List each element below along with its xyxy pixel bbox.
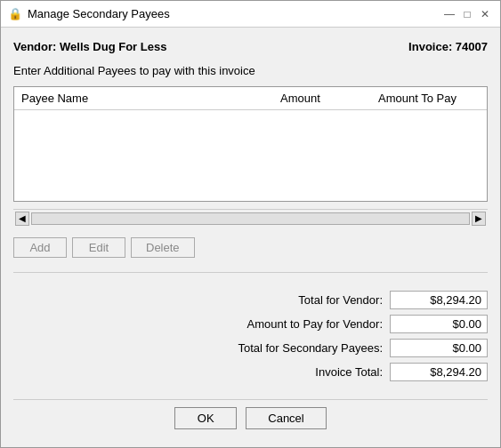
ok-button[interactable]: OK: [174, 407, 237, 429]
window-title: Manage Secondary Payees: [28, 7, 170, 20]
total-secondary-row: Total for Secondary Payees: $0.00: [13, 339, 488, 357]
close-button[interactable]: ✕: [477, 6, 493, 22]
invoice-label: Invoice: 74007: [408, 40, 488, 53]
summary-section: Total for Vendor: $8,294.20 Amount to Pa…: [13, 284, 488, 388]
minimize-button[interactable]: —: [441, 6, 457, 22]
col-amount-to-pay: Amount To Pay: [371, 89, 487, 108]
scroll-left-button[interactable]: ◀: [15, 212, 29, 226]
invoice-total-row: Invoice Total: $8,294.20: [13, 363, 488, 381]
delete-button[interactable]: Delete: [131, 237, 195, 258]
maximize-button[interactable]: □: [459, 6, 475, 22]
horizontal-scrollbar: ◀ ▶: [13, 209, 488, 227]
scroll-right-button[interactable]: ▶: [472, 212, 486, 226]
total-secondary-value: $0.00: [390, 339, 488, 357]
action-buttons: Add Edit Delete: [13, 234, 488, 261]
cancel-button[interactable]: Cancel: [246, 407, 326, 429]
title-bar-left: 🔒 Manage Secondary Payees: [8, 7, 170, 21]
manage-secondary-payees-window: 🔒 Manage Secondary Payees — □ ✕ Vendor: …: [0, 0, 501, 448]
divider: [13, 272, 488, 273]
scroll-track[interactable]: [31, 212, 470, 225]
col-payee-name: Payee Name: [14, 89, 273, 108]
total-vendor-label: Total for Vendor:: [298, 293, 383, 307]
invoice-total-label: Invoice Total:: [315, 365, 383, 379]
footer-buttons: OK Cancel: [13, 399, 488, 438]
instruction-text: Enter Additional Payees to pay with this…: [13, 64, 488, 77]
window-controls: — □ ✕: [441, 6, 493, 22]
title-bar: 🔒 Manage Secondary Payees — □ ✕: [1, 1, 500, 28]
table-header: Payee Name Amount Amount To Pay: [14, 87, 487, 110]
payees-table: Payee Name Amount Amount To Pay: [13, 86, 488, 202]
edit-button[interactable]: Edit: [72, 237, 125, 258]
total-secondary-label: Total for Secondary Payees:: [238, 341, 383, 355]
add-button[interactable]: Add: [13, 237, 67, 258]
amount-pay-vendor-label: Amount to Pay for Vendor:: [247, 317, 383, 331]
window-icon: 🔒: [8, 7, 22, 21]
main-content: Vendor: Wells Dug For Less Invoice: 7400…: [1, 28, 500, 447]
vendor-label: Vendor: Wells Dug For Less: [13, 40, 166, 53]
invoice-total-value: $8,294.20: [390, 363, 488, 381]
table-body[interactable]: [14, 110, 487, 201]
amount-pay-vendor-value: $0.00: [390, 315, 488, 333]
total-vendor-row: Total for Vendor: $8,294.20: [13, 291, 488, 309]
header-row: Vendor: Wells Dug For Less Invoice: 7400…: [13, 36, 488, 57]
col-amount: Amount: [273, 89, 371, 108]
total-vendor-value: $8,294.20: [390, 291, 488, 309]
amount-pay-vendor-row: Amount to Pay for Vendor: $0.00: [13, 315, 488, 333]
